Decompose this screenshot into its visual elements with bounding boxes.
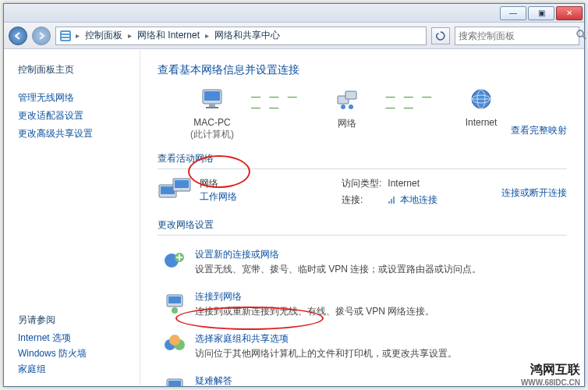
svg-line-5: [583, 36, 586, 39]
setting-title: 设置新的连接或网络: [195, 248, 481, 261]
svg-rect-3: [62, 38, 69, 40]
svg-rect-9: [206, 107, 218, 108]
sidebar: 控制面板主页 管理无线网络 更改适配器设置 更改高级共享设置 另请参阅 Inte…: [4, 49, 140, 386]
sidebar-link-internet-options[interactable]: Internet 选项: [18, 332, 132, 345]
network-icon: [335, 87, 360, 114]
svg-rect-8: [209, 104, 215, 107]
connections-label: 连接:: [342, 193, 388, 210]
main-content: 查看基本网络信息并设置连接 查看完整映射 连接或断开连接 MAC-PC (此计算…: [140, 49, 584, 386]
chevron-right-icon: ▸: [127, 31, 133, 40]
connect-network-icon: [162, 290, 187, 318]
crumb-sharing-center[interactable]: 网络和共享中心: [213, 29, 282, 42]
nav-forward-button[interactable]: [32, 27, 51, 45]
search-input[interactable]: [459, 30, 576, 41]
svg-rect-24: [393, 197, 395, 204]
close-button[interactable]: ✕: [556, 6, 583, 20]
homegroup-icon: [162, 332, 187, 360]
setting-title: 疑难解答: [195, 374, 382, 386]
svg-rect-19: [161, 186, 175, 194]
control-panel-icon: [59, 30, 72, 42]
svg-rect-23: [391, 199, 392, 204]
sidebar-link-advanced-sharing[interactable]: 更改高级共享设置: [18, 127, 132, 140]
svg-rect-7: [204, 91, 220, 101]
link-view-full-map[interactable]: 查看完整映射: [511, 124, 567, 137]
window-titlebar: — ▣ ✕: [4, 4, 584, 23]
globe-icon: [469, 87, 494, 114]
section-change-settings: 更改网络设置: [158, 218, 567, 232]
address-bar: ▸ 控制面板 ▸ 网络和 Internet ▸ 网络和共享中心: [4, 23, 584, 49]
computer-icon: [200, 87, 225, 114]
setting-title: 连接到网络: [195, 290, 434, 303]
setting-troubleshoot[interactable]: 疑难解答 诊断并修复网络问题，或获得故障排除信息。: [158, 370, 567, 386]
svg-rect-28: [168, 296, 181, 303]
section-active-networks: 查看活动网络: [158, 152, 567, 165]
svg-rect-21: [175, 180, 189, 188]
sidebar-link-adapter[interactable]: 更改适配器设置: [18, 109, 132, 122]
map-node-this-pc[interactable]: MAC-PC (此计算机): [173, 87, 251, 141]
divider: [158, 235, 567, 236]
network-map: MAC-PC (此计算机) — — — — — 网络 — — — — — Int…: [158, 87, 567, 141]
svg-rect-11: [345, 91, 356, 99]
troubleshoot-icon: [162, 374, 187, 386]
map-pc-sublabel: (此计算机): [190, 128, 234, 141]
chevron-right-icon: ▸: [204, 31, 210, 40]
sidebar-link-firewall[interactable]: Windows 防火墙: [18, 347, 132, 360]
minimize-button[interactable]: —: [500, 6, 526, 20]
map-internet-label: Internet: [466, 117, 498, 128]
chevron-right-icon: ▸: [75, 31, 80, 40]
setting-new-connection[interactable]: 设置新的连接或网络 设置无线、宽带、拨号、临时或 VPN 连接；或设置路由器或访…: [158, 243, 567, 285]
svg-point-4: [577, 30, 583, 37]
svg-point-12: [341, 105, 345, 109]
setting-desc: 连接到或重新连接到无线、有线、拨号或 VPN 网络连接。: [195, 305, 434, 318]
sidebar-link-wireless[interactable]: 管理无线网络: [18, 91, 132, 105]
sidebar-home[interactable]: 控制面板主页: [18, 63, 132, 76]
refresh-button[interactable]: [431, 27, 450, 44]
svg-rect-34: [168, 381, 181, 386]
map-node-internet[interactable]: Internet: [442, 87, 520, 128]
search-icon: [576, 29, 586, 42]
svg-point-32: [169, 335, 180, 346]
network-icon: [158, 177, 192, 211]
map-connector: — — — — —: [386, 87, 443, 118]
active-network-block: 网络 工作网络 访问类型: Internet 连接:: [158, 177, 567, 211]
crumb-network-internet[interactable]: 网络和 Internet: [136, 29, 201, 42]
access-type-label: 访问类型:: [342, 177, 388, 193]
access-type-value: Internet: [388, 177, 437, 193]
setting-desc: 访问位于其他网络计算机上的文件和打印机，或更改共享设置。: [195, 347, 457, 360]
setting-homegroup-sharing[interactable]: 选择家庭组和共享选项 访问位于其他网络计算机上的文件和打印机，或更改共享设置。: [158, 328, 567, 370]
map-network-label: 网络: [338, 117, 356, 130]
breadcrumb[interactable]: ▸ 控制面板 ▸ 网络和 Internet ▸ 网络和共享中心: [55, 27, 427, 45]
sidebar-seealso-header: 另请参阅: [18, 314, 132, 327]
map-node-network[interactable]: 网络: [308, 87, 386, 130]
setting-title: 选择家庭组和共享选项: [195, 332, 457, 346]
maximize-button[interactable]: ▣: [528, 6, 554, 20]
svg-rect-22: [388, 201, 390, 204]
crumb-control-panel[interactable]: 控制面板: [83, 29, 124, 42]
svg-rect-2: [62, 35, 69, 37]
active-network-name: 网络: [200, 177, 237, 190]
map-connector: — — — — —: [251, 87, 308, 118]
setting-desc: 设置无线、宽带、拨号、临时或 VPN 连接；或设置路由器或访问点。: [195, 263, 481, 276]
new-connection-icon: [162, 248, 187, 276]
page-title: 查看基本网络信息并设置连接: [158, 63, 567, 77]
svg-point-29: [172, 307, 178, 314]
setting-connect-network[interactable]: 连接到网络 连接到或重新连接到无线、有线、拨号或 VPN 网络连接。: [158, 285, 567, 328]
active-network-type-link[interactable]: 工作网络: [200, 190, 237, 204]
map-pc-label: MAC-PC: [193, 117, 230, 128]
signal-icon: [388, 196, 399, 207]
settings-list: 设置新的连接或网络 设置无线、宽带、拨号、临时或 VPN 连接；或设置路由器或访…: [158, 243, 567, 386]
connection-link[interactable]: 本地连接: [400, 194, 437, 205]
svg-point-13: [349, 105, 353, 109]
svg-rect-1: [62, 32, 69, 34]
search-box[interactable]: [455, 27, 579, 45]
sidebar-link-homegroup[interactable]: 家庭组: [18, 363, 132, 376]
divider: [158, 168, 567, 169]
nav-back-button[interactable]: [9, 27, 27, 45]
